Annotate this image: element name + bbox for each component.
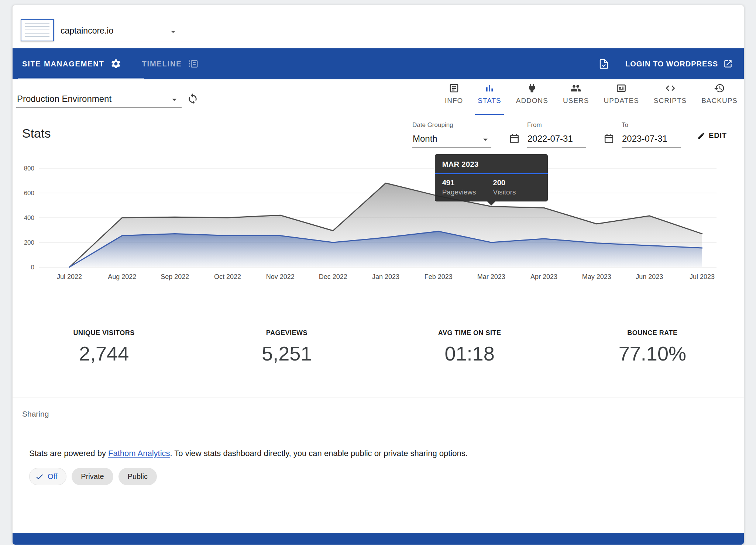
- app-card: captaincore.io SITE MANAGEMENT TIMELINE …: [12, 5, 744, 545]
- nav-site-management[interactable]: SITE MANAGEMENT: [22, 58, 121, 69]
- check-icon: [35, 472, 44, 481]
- edit-label: EDIT: [709, 131, 727, 140]
- svg-text:Oct 2022: Oct 2022: [214, 273, 241, 280]
- bottom-toolbar: [13, 533, 744, 545]
- tab-updates[interactable]: UPDATES: [602, 81, 640, 115]
- environment-value: Production Environment: [17, 94, 111, 104]
- summary-avg-time: AVG TIME ON SITE 01:18: [378, 329, 561, 365]
- code-icon: [665, 83, 676, 94]
- people-icon: [570, 83, 581, 94]
- svg-text:Jun 2023: Jun 2023: [636, 273, 663, 280]
- sharing-heading: Sharing: [22, 410, 49, 418]
- nav-timeline[interactable]: TIMELINE: [142, 58, 199, 69]
- document-check-icon: [598, 58, 610, 70]
- nav-active-underline: [18, 78, 144, 79]
- from-date-value: 2022-07-31: [528, 134, 573, 144]
- refresh-button[interactable]: [187, 93, 199, 105]
- summary-stats: UNIQUE VISITORS 2,744 PAGEVIEWS 5,251 AV…: [13, 329, 744, 365]
- tab-label: INFO: [445, 97, 463, 105]
- environment-selector[interactable]: Production Environment: [16, 91, 182, 108]
- sync-icon: [187, 93, 199, 105]
- site-selector[interactable]: captaincore.io: [60, 21, 197, 41]
- sharing-option-private[interactable]: Private: [72, 468, 113, 485]
- svg-text:Mar 2023: Mar 2023: [477, 273, 505, 280]
- plug-icon: [526, 83, 537, 94]
- tab-label: UPDATES: [604, 97, 639, 105]
- svg-text:Nov 2022: Nov 2022: [266, 273, 295, 280]
- svg-text:Jan 2023: Jan 2023: [372, 273, 399, 280]
- tooltip-pageviews: 491 Pageviews: [442, 179, 476, 196]
- to-date-field[interactable]: 2023-07-31: [622, 131, 681, 148]
- tab-info[interactable]: INFO: [444, 81, 464, 115]
- svg-text:Apr 2023: Apr 2023: [530, 273, 557, 280]
- calendar-icon[interactable]: [603, 133, 615, 144]
- section-divider: [13, 397, 744, 397]
- timeline-label: TIMELINE: [142, 60, 182, 68]
- from-date-field[interactable]: 2022-07-31: [527, 131, 586, 148]
- chevron-down-icon: [169, 94, 179, 105]
- svg-text:Dec 2022: Dec 2022: [319, 273, 347, 280]
- bar-chart-icon: [484, 83, 495, 94]
- sharing-option-off[interactable]: Off: [29, 468, 66, 485]
- svg-text:Jul 2023: Jul 2023: [690, 273, 715, 280]
- main-navbar: SITE MANAGEMENT TIMELINE LOGIN TO WORDPR…: [13, 48, 744, 79]
- from-label: From: [527, 121, 542, 129]
- sharing-option-public[interactable]: Public: [118, 468, 157, 485]
- summary-pageviews: PAGEVIEWS 5,251: [195, 329, 378, 365]
- svg-text:Sep 2022: Sep 2022: [161, 273, 189, 280]
- svg-text:Jul 2022: Jul 2022: [57, 273, 82, 280]
- article-icon: [449, 83, 460, 94]
- newspaper-icon: [616, 83, 627, 94]
- tooltip-month: MAR 2023: [442, 160, 540, 169]
- stats-chart[interactable]: 0200400600800Jul 2022Aug 2022Sep 2022Oct…: [13, 157, 744, 287]
- tooltip-accent-line: [435, 173, 548, 174]
- site-thumbnail[interactable]: [21, 19, 54, 41]
- tab-addons[interactable]: ADDONS: [515, 81, 549, 115]
- login-label: LOGIN TO WORDPRESS: [625, 60, 718, 68]
- site-selector-value: captaincore.io: [61, 26, 113, 36]
- svg-text:600: 600: [24, 190, 34, 197]
- document-check-button[interactable]: [598, 58, 610, 70]
- tab-label: BACKUPS: [701, 97, 738, 105]
- sharing-description: Stats are powered by Fathom Analytics. T…: [29, 449, 468, 458]
- date-grouping-select[interactable]: Month: [412, 131, 491, 148]
- date-grouping-label: Date Grouping: [412, 121, 453, 129]
- tab-users[interactable]: USERS: [562, 81, 590, 115]
- tab-backups[interactable]: BACKUPS: [700, 81, 739, 115]
- tab-scripts[interactable]: SCRIPTS: [653, 81, 688, 115]
- edit-button[interactable]: EDIT: [697, 131, 727, 140]
- svg-text:200: 200: [24, 239, 34, 246]
- history-icon: [714, 83, 725, 94]
- chart-canvas: 0200400600800Jul 2022Aug 2022Sep 2022Oct…: [13, 157, 744, 287]
- to-date-value: 2023-07-31: [622, 134, 667, 144]
- svg-text:800: 800: [24, 165, 34, 172]
- calendar-icon[interactable]: [509, 133, 520, 144]
- svg-text:Aug 2022: Aug 2022: [108, 273, 136, 280]
- page-title: Stats: [22, 126, 51, 141]
- summary-bounce-rate: BOUNCE RATE 77.10%: [561, 329, 744, 365]
- tab-label: STATS: [478, 97, 501, 105]
- timeline-icon: [188, 58, 199, 69]
- tooltip-visitors: 200 Visitors: [493, 179, 516, 196]
- svg-text:400: 400: [24, 214, 34, 221]
- summary-unique-visitors: UNIQUE VISITORS 2,744: [13, 329, 195, 365]
- to-label: To: [622, 121, 628, 129]
- chevron-down-icon: [480, 134, 491, 145]
- tab-label: ADDONS: [516, 97, 548, 105]
- site-management-label: SITE MANAGEMENT: [22, 60, 104, 68]
- section-tabs: INFO STATS ADDONS USERS UPDATES SCRIPTS …: [444, 81, 739, 115]
- pencil-icon: [697, 132, 705, 140]
- svg-text:Feb 2023: Feb 2023: [425, 273, 453, 280]
- site-thumbnail-content: [25, 23, 49, 38]
- tab-label: USERS: [563, 97, 589, 105]
- external-link-icon: [723, 59, 733, 69]
- date-grouping-value: Month: [413, 134, 437, 144]
- sharing-options: Off Private Public: [29, 468, 157, 485]
- login-to-wordpress-button[interactable]: LOGIN TO WORDPRESS: [625, 59, 733, 69]
- gear-icon: [110, 58, 121, 69]
- chart-tooltip: MAR 2023 491 Pageviews 200 Visitors: [435, 154, 548, 201]
- tab-label: SCRIPTS: [654, 97, 687, 105]
- fathom-analytics-link[interactable]: Fathom Analytics: [108, 449, 170, 458]
- tab-stats[interactable]: STATS: [477, 81, 502, 115]
- svg-text:May 2023: May 2023: [582, 273, 611, 280]
